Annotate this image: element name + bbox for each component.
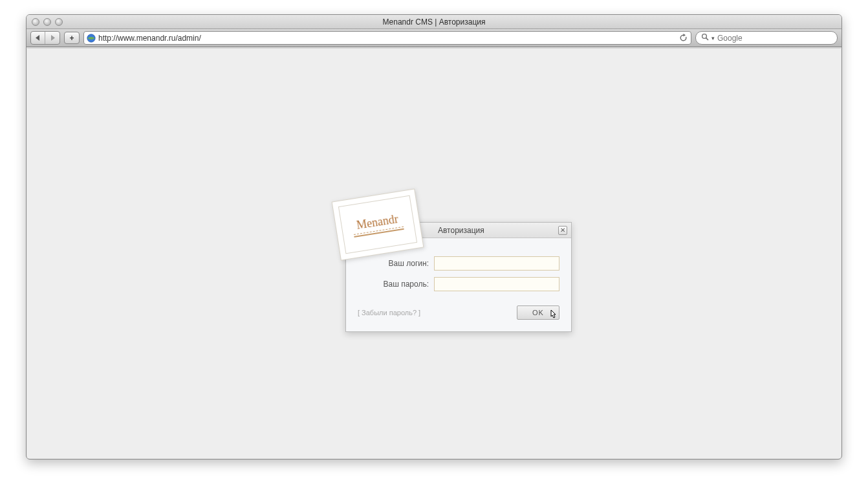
url-bar[interactable]	[83, 31, 691, 45]
svg-line-3	[706, 38, 708, 40]
forward-button[interactable]	[45, 32, 60, 44]
dialog-title: Авторизация	[438, 226, 484, 235]
window-title: Menandr CMS | Авторизация	[27, 17, 841, 27]
password-input[interactable]	[434, 277, 559, 291]
reload-button[interactable]	[678, 33, 688, 43]
window-controls	[27, 18, 63, 26]
add-bookmark-button[interactable]: +	[64, 32, 80, 44]
search-engine-dropdown-icon[interactable]: ▾	[711, 35, 715, 41]
browser-toolbar: + ▾	[27, 29, 841, 47]
zoom-light-icon[interactable]	[55, 18, 63, 26]
login-input[interactable]	[434, 256, 559, 271]
mouse-cursor-icon	[548, 309, 558, 323]
search-icon	[701, 33, 709, 43]
browser-window: Menandr CMS | Авторизация +	[26, 14, 842, 460]
ok-button[interactable]: OK	[517, 305, 559, 320]
globe-icon	[87, 34, 96, 43]
dialog-close-button[interactable]: ✕	[558, 226, 567, 235]
back-button[interactable]	[31, 32, 45, 44]
close-light-icon[interactable]	[32, 18, 39, 26]
minimize-light-icon[interactable]	[43, 18, 51, 26]
nav-back-forward	[30, 31, 60, 45]
ok-button-label: OK	[532, 309, 544, 316]
close-icon: ✕	[560, 227, 565, 234]
password-label: Ваш пароль:	[358, 280, 429, 289]
forgot-password-link[interactable]: [ Забыли пароль? ]	[358, 309, 420, 316]
search-input[interactable]	[717, 34, 832, 43]
login-label: Ваш логин:	[358, 259, 429, 268]
svg-point-2	[702, 34, 707, 39]
window-titlebar: Menandr CMS | Авторизация	[27, 15, 841, 29]
page-content: Menandr Авторизация ✕ Ваш логин:	[27, 48, 841, 458]
url-input[interactable]	[98, 34, 675, 43]
login-dialog-container: Menandr Авторизация ✕ Ваш логин:	[345, 222, 572, 332]
search-bar[interactable]: ▾	[695, 31, 838, 45]
